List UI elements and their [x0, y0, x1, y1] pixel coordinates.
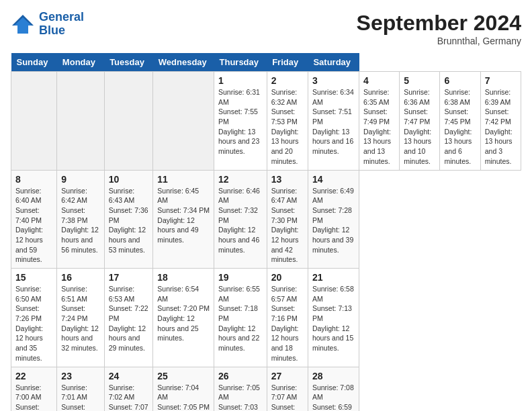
day-info: Sunrise: 7:05 AM Sunset: 7:03 PM Dayligh…	[218, 383, 263, 412]
header-tuesday: Tuesday	[104, 53, 153, 72]
day-info: Sunrise: 6:57 AM Sunset: 7:16 PM Dayligh…	[271, 284, 304, 363]
day-number: 6	[444, 75, 476, 86]
day-info: Sunrise: 6:32 AM Sunset: 7:53 PM Dayligh…	[271, 87, 304, 167]
calendar-cell: 7 Sunrise: 6:39 AM Sunset: 7:42 PM Dayli…	[480, 72, 521, 171]
day-number: 4	[363, 75, 395, 86]
day-number: 20	[271, 272, 304, 283]
calendar-cell: 1 Sunrise: 6:31 AM Sunset: 7:55 PM Dayli…	[214, 72, 267, 171]
calendar-cell: 14 Sunrise: 6:49 AM Sunset: 7:28 PM Dayl…	[308, 170, 359, 269]
day-info: Sunrise: 6:39 AM Sunset: 7:42 PM Dayligh…	[485, 87, 517, 167]
day-info: Sunrise: 6:36 AM Sunset: 7:47 PM Dayligh…	[404, 87, 435, 167]
calendar-cell: 4 Sunrise: 6:35 AM Sunset: 7:49 PM Dayli…	[359, 72, 400, 171]
day-info: Sunrise: 6:58 AM Sunset: 7:13 PM Dayligh…	[312, 284, 355, 353]
day-number: 23	[61, 371, 99, 381]
empty-cell	[11, 72, 57, 171]
day-number: 8	[15, 174, 52, 185]
day-number: 19	[218, 272, 263, 283]
calendar-cell: 18 Sunrise: 6:54 AM Sunset: 7:20 PM Dayl…	[153, 269, 214, 367]
day-info: Sunrise: 7:00 AM Sunset: 7:11 PM Dayligh…	[15, 383, 52, 412]
day-info: Sunrise: 6:31 AM Sunset: 7:55 PM Dayligh…	[218, 87, 263, 156]
day-info: Sunrise: 6:45 AM Sunset: 7:34 PM Dayligh…	[157, 186, 210, 245]
page-header: General Blue September 2024 Brunnthal, G…	[11, 11, 521, 46]
header-sunday: Sunday	[11, 53, 57, 72]
calendar-cell: 28 Sunrise: 7:08 AM Sunset: 6:59 PM Dayl…	[308, 367, 359, 411]
calendar-cell: 2 Sunrise: 6:32 AM Sunset: 7:53 PM Dayli…	[267, 72, 308, 171]
calendar-row: 8 Sunrise: 6:40 AM Sunset: 7:40 PM Dayli…	[11, 170, 521, 269]
calendar-table: SundayMondayTuesdayWednesdayThursdayFrid…	[11, 53, 521, 411]
day-info: Sunrise: 6:55 AM Sunset: 7:18 PM Dayligh…	[218, 284, 263, 353]
empty-cell	[57, 72, 104, 171]
calendar-cell: 11 Sunrise: 6:45 AM Sunset: 7:34 PM Dayl…	[153, 170, 214, 269]
logo-text: General Blue	[39, 11, 84, 38]
calendar-cell: 25 Sunrise: 7:04 AM Sunset: 7:05 PM Dayl…	[153, 367, 214, 411]
calendar-cell: 3 Sunrise: 6:34 AM Sunset: 7:51 PM Dayli…	[308, 72, 359, 171]
header-thursday: Thursday	[214, 53, 267, 72]
day-number: 9	[61, 174, 99, 185]
logo-icon	[11, 12, 35, 36]
calendar-cell: 5 Sunrise: 6:36 AM Sunset: 7:47 PM Dayli…	[400, 72, 440, 171]
day-number: 14	[312, 174, 355, 185]
day-number: 18	[157, 272, 210, 283]
header-friday: Friday	[267, 53, 308, 72]
calendar-row: 1 Sunrise: 6:31 AM Sunset: 7:55 PM Dayli…	[11, 72, 521, 171]
day-number: 26	[218, 371, 263, 381]
logo-line1: General	[39, 10, 84, 24]
day-number: 3	[312, 75, 355, 86]
svg-marker-1	[14, 17, 32, 34]
calendar-cell: 19 Sunrise: 6:55 AM Sunset: 7:18 PM Dayl…	[214, 269, 267, 367]
calendar-cell: 17 Sunrise: 6:53 AM Sunset: 7:22 PM Dayl…	[104, 269, 153, 367]
day-number: 13	[271, 174, 304, 185]
day-info: Sunrise: 7:01 AM Sunset: 7:09 PM Dayligh…	[61, 383, 99, 412]
day-info: Sunrise: 6:50 AM Sunset: 7:26 PM Dayligh…	[15, 284, 52, 363]
day-number: 24	[109, 371, 149, 381]
calendar-cell: 20 Sunrise: 6:57 AM Sunset: 7:16 PM Dayl…	[267, 269, 308, 367]
day-info: Sunrise: 6:51 AM Sunset: 7:24 PM Dayligh…	[61, 284, 99, 353]
empty-cell	[104, 72, 153, 171]
day-number: 7	[485, 75, 517, 86]
day-number: 11	[157, 174, 210, 185]
day-number: 22	[15, 371, 52, 381]
calendar-cell: 10 Sunrise: 6:43 AM Sunset: 7:36 PM Dayl…	[104, 170, 153, 269]
title-block: September 2024 Brunnthal, Germany	[357, 11, 521, 46]
calendar-cell: 24 Sunrise: 7:02 AM Sunset: 7:07 PM Dayl…	[104, 367, 153, 411]
day-number: 28	[312, 371, 355, 381]
day-number: 15	[15, 272, 52, 283]
day-info: Sunrise: 7:08 AM Sunset: 6:59 PM Dayligh…	[312, 383, 355, 412]
logo: General Blue	[11, 11, 84, 38]
header-monday: Monday	[57, 53, 104, 72]
calendar-cell: 26 Sunrise: 7:05 AM Sunset: 7:03 PM Dayl…	[214, 367, 267, 411]
calendar-cell: 12 Sunrise: 6:46 AM Sunset: 7:32 PM Dayl…	[214, 170, 267, 269]
calendar-header-row: SundayMondayTuesdayWednesdayThursdayFrid…	[11, 53, 521, 72]
calendar-cell: 23 Sunrise: 7:01 AM Sunset: 7:09 PM Dayl…	[57, 367, 104, 411]
day-info: Sunrise: 6:40 AM Sunset: 7:40 PM Dayligh…	[15, 186, 52, 265]
day-info: Sunrise: 6:47 AM Sunset: 7:30 PM Dayligh…	[271, 186, 304, 265]
header-wednesday: Wednesday	[153, 53, 214, 72]
day-number: 2	[271, 75, 304, 86]
calendar-cell: 13 Sunrise: 6:47 AM Sunset: 7:30 PM Dayl…	[267, 170, 308, 269]
day-number: 27	[271, 371, 304, 381]
day-info: Sunrise: 6:53 AM Sunset: 7:22 PM Dayligh…	[109, 284, 149, 353]
header-saturday: Saturday	[308, 53, 359, 72]
day-number: 1	[218, 75, 263, 86]
day-info: Sunrise: 7:07 AM Sunset: 7:01 PM Dayligh…	[271, 383, 304, 412]
day-number: 5	[404, 75, 435, 86]
calendar-row: 15 Sunrise: 6:50 AM Sunset: 7:26 PM Dayl…	[11, 269, 521, 367]
day-info: Sunrise: 7:04 AM Sunset: 7:05 PM Dayligh…	[157, 383, 210, 412]
day-info: Sunrise: 6:46 AM Sunset: 7:32 PM Dayligh…	[218, 186, 263, 255]
location-subtitle: Brunnthal, Germany	[357, 36, 521, 46]
logo-line2: Blue	[39, 24, 65, 37]
day-number: 16	[61, 272, 99, 283]
day-info: Sunrise: 6:34 AM Sunset: 7:51 PM Dayligh…	[312, 87, 355, 156]
calendar-cell: 21 Sunrise: 6:58 AM Sunset: 7:13 PM Dayl…	[308, 269, 359, 367]
calendar-cell: 9 Sunrise: 6:42 AM Sunset: 7:38 PM Dayli…	[57, 170, 104, 269]
calendar-row: 22 Sunrise: 7:00 AM Sunset: 7:11 PM Dayl…	[11, 367, 521, 411]
day-number: 25	[157, 371, 210, 381]
calendar-cell: 27 Sunrise: 7:07 AM Sunset: 7:01 PM Dayl…	[267, 367, 308, 411]
calendar-cell: 15 Sunrise: 6:50 AM Sunset: 7:26 PM Dayl…	[11, 269, 57, 367]
calendar-cell: 6 Sunrise: 6:38 AM Sunset: 7:45 PM Dayli…	[440, 72, 480, 171]
day-info: Sunrise: 6:54 AM Sunset: 7:20 PM Dayligh…	[157, 284, 210, 343]
empty-cell	[153, 72, 214, 171]
day-number: 17	[109, 272, 149, 283]
calendar-cell: 22 Sunrise: 7:00 AM Sunset: 7:11 PM Dayl…	[11, 367, 57, 411]
calendar-cell: 16 Sunrise: 6:51 AM Sunset: 7:24 PM Dayl…	[57, 269, 104, 367]
